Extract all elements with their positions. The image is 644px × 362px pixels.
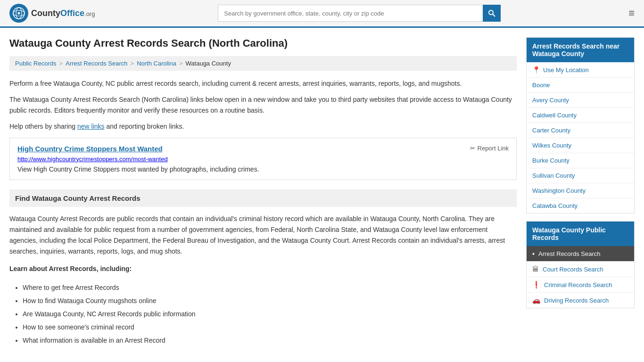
pub-record-link[interactable]: Driving Records Search	[544, 297, 609, 304]
nearby-link-item[interactable]: Washington County	[527, 183, 634, 198]
search-area	[218, 5, 501, 22]
nearby-link[interactable]: Sullivan County	[532, 172, 575, 179]
nearby-link[interactable]: Avery County	[532, 97, 569, 104]
link-card-header: High Country Crime Stoppers Most Wanted …	[17, 145, 509, 153]
main-container: Watauga County Arrest Records Search (No…	[0, 28, 644, 356]
pub-record-item[interactable]: 🚗Driving Records Search	[527, 293, 634, 308]
breadcrumb-sep-2: >	[131, 60, 134, 67]
pub-record-link[interactable]: Arrest Records Search	[538, 250, 601, 257]
svg-point-3	[18, 12, 20, 15]
nearby-section: Arrest Records Search near Watauga Count…	[526, 37, 635, 214]
nearby-link[interactable]: Catawba County	[532, 202, 578, 209]
nearby-link[interactable]: Carter County	[532, 127, 570, 134]
list-item: How to see someone's criminal record	[23, 321, 517, 334]
breadcrumb-current: Watauga County	[186, 60, 231, 67]
list-item: Are Watauga County, NC Arrest Records pu…	[23, 307, 517, 321]
content-area: Watauga County Arrest Records Search (No…	[9, 37, 517, 347]
pub-records-list: ▪Arrest Records Search🏛Court Records Sea…	[527, 246, 634, 308]
list-item: How to find Watauga County mugshots onli…	[23, 294, 517, 307]
intro-p3: Help others by sharing new links and rep…	[9, 121, 517, 132]
breadcrumb-arrest-records[interactable]: Arrest Records Search	[66, 60, 128, 67]
nearby-link[interactable]: Wilkes County	[532, 142, 571, 149]
nearby-link-item[interactable]: Caldwell County	[527, 108, 634, 123]
record-icon: ❗	[532, 281, 540, 288]
find-section-heading: Find Watauga County Arrest Records	[9, 189, 517, 207]
site-header: CountyOffice.org ≡	[0, 0, 644, 28]
nearby-link-item[interactable]: Carter County	[527, 123, 634, 138]
nearby-link[interactable]: Boone	[532, 82, 550, 89]
learn-list: Where to get free Arrest RecordsHow to f…	[9, 281, 517, 347]
page-title: Watauga County Arrest Records Search (No…	[9, 37, 517, 49]
sidebar: Arrest Records Search near Watauga Count…	[526, 37, 635, 347]
header-right: ≡	[624, 7, 635, 19]
pub-record-item[interactable]: ▪Arrest Records Search	[527, 246, 634, 262]
new-links-link[interactable]: new links	[77, 123, 105, 130]
report-link-label: Report Link	[478, 145, 509, 152]
logo-area: CountyOffice.org	[9, 4, 95, 23]
nearby-link-item[interactable]: Catawba County	[527, 198, 634, 213]
use-location-item[interactable]: 📍 Use My Location	[527, 62, 634, 78]
svg-line-5	[493, 14, 495, 16]
intro-p2: The Watauga County Arrest Records Search…	[9, 94, 517, 115]
intro-p3-after: and reporting broken links.	[105, 123, 184, 130]
pub-record-item[interactable]: ❗Criminal Records Search	[527, 277, 634, 293]
link-card-url: http://www.highcountrycrimestoppers.com/…	[17, 156, 509, 163]
nearby-links: 📍 Use My Location BooneAvery CountyCaldw…	[527, 62, 634, 213]
pub-record-link[interactable]: Court Records Search	[543, 266, 603, 273]
breadcrumb-nc[interactable]: North Carolina	[137, 60, 176, 67]
report-link[interactable]: ✂ Report Link	[470, 145, 509, 152]
breadcrumb-sep-3: >	[179, 60, 183, 67]
location-pin-icon: 📍	[532, 66, 540, 74]
logo-icon	[9, 4, 28, 23]
pub-record-link[interactable]: Criminal Records Search	[544, 281, 612, 288]
pub-record-item[interactable]: 🏛Court Records Search	[527, 262, 634, 277]
logo-text: CountyOffice.org	[31, 8, 95, 18]
use-location-link[interactable]: Use My Location	[543, 66, 589, 74]
intro-p3-before: Help others by sharing	[9, 123, 77, 130]
nearby-link-item[interactable]: Sullivan County	[527, 168, 634, 183]
breadcrumb: Public Records > Arrest Records Search >…	[9, 56, 517, 71]
nearby-link-item[interactable]: Boone	[527, 78, 634, 93]
record-icon: 🏛	[532, 265, 539, 273]
nearby-link-item[interactable]: Avery County	[527, 93, 634, 108]
link-card-title[interactable]: High Country Crime Stoppers Most Wanted	[17, 145, 163, 153]
nearby-link-item[interactable]: Burke County	[527, 153, 634, 168]
report-icon: ✂	[470, 145, 475, 152]
nearby-link-item[interactable]: Wilkes County	[527, 138, 634, 153]
learn-heading: Learn about Arrest Records, including:	[9, 263, 517, 274]
pub-records-title: Watauga County Public Records	[527, 222, 634, 246]
nearby-link[interactable]: Burke County	[532, 157, 570, 164]
search-input[interactable]	[218, 5, 483, 22]
find-section-body: Watauga County Arrest Records are public…	[9, 214, 517, 257]
record-icon: ▪	[532, 250, 535, 257]
pub-records-section: Watauga County Public Records ▪Arrest Re…	[526, 221, 635, 308]
breadcrumb-sep-1: >	[59, 60, 63, 67]
nearby-title: Arrest Records Search near Watauga Count…	[527, 38, 634, 62]
menu-icon[interactable]: ≡	[628, 7, 635, 19]
svg-point-4	[489, 10, 493, 15]
nearby-link[interactable]: Washington County	[532, 187, 586, 194]
search-button[interactable]	[483, 5, 501, 22]
intro-p1: Perform a free Watauga County, NC public…	[9, 78, 517, 89]
link-card-url-link[interactable]: http://www.highcountrycrimestoppers.com/…	[17, 156, 168, 163]
list-item: Where to get free Arrest Records	[23, 281, 517, 294]
link-card-desc: View High Country Crime Stoppers most wa…	[17, 165, 509, 173]
record-icon: 🚗	[532, 296, 540, 304]
breadcrumb-public-records[interactable]: Public Records	[15, 60, 56, 67]
list-item: What information is available in an Arre…	[23, 334, 517, 347]
link-card: High Country Crime Stoppers Most Wanted …	[9, 138, 517, 180]
nearby-link[interactable]: Caldwell County	[532, 112, 577, 119]
